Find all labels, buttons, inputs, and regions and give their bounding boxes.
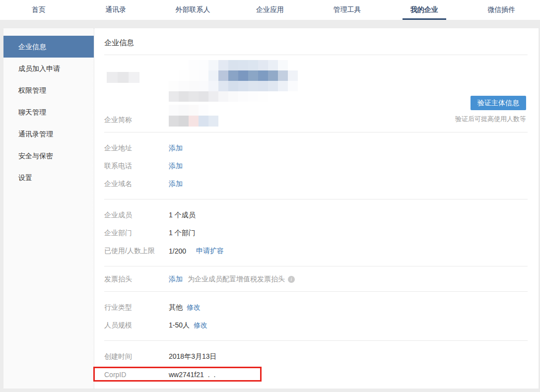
industry-edit-link[interactable]: 修改 <box>187 303 201 312</box>
short-name-label: 企业简称 <box>104 116 132 125</box>
nav-my-enterprise[interactable]: 我的企业 <box>386 0 463 20</box>
invoice-row: 发票抬头 添加 为企业成员配置增值税发票抬头 i <box>104 270 528 288</box>
members-section: 企业成员 1 个成员 企业部门 1 个部门 已使用/人数上限 1/200 申请扩… <box>104 199 528 266</box>
corpid-value: ww2741f2 <box>169 371 200 379</box>
departments-label: 企业部门 <box>104 229 169 238</box>
corpid-label: CorpID <box>104 371 169 379</box>
nav-contacts-label: 通讯录 <box>105 5 126 14</box>
members-label: 企业成员 <box>104 211 169 220</box>
industry-row: 行业类型 其他 修改 <box>104 299 528 317</box>
domain-row: 企业域名 添加 <box>104 175 528 193</box>
members-row: 企业成员 1 个成员 <box>104 206 528 224</box>
departments-row: 企业部门 1 个部门 <box>104 224 528 242</box>
info-icon[interactable]: i <box>288 276 295 283</box>
created-value: 2018年3月13日 <box>169 352 217 361</box>
contact-info-section: 企业地址 添加 联系电话 添加 企业域名 添加 <box>104 132 528 199</box>
sidebar-item-join-requests[interactable]: 成员加入申请 <box>3 58 94 79</box>
sidebar-item-contacts-management[interactable]: 通讯录管理 <box>3 123 94 145</box>
usage-row: 已使用/人数上限 1/200 申请扩容 <box>104 242 528 260</box>
page-body: 企业信息 成员加入申请 权限管理 聊天管理 通讯录管理 安全与保密 设置 企业信… <box>3 28 539 389</box>
meta-section: 创建时间 2018年3月13日 CorpID ww2741f2 1 . . <box>104 341 528 390</box>
nav-home[interactable]: 首页 <box>0 0 77 20</box>
phone-row: 联系电话 添加 <box>104 157 528 175</box>
enterprise-profile-section: 企业简称 验证主体信息 验证后可提高使用人数等 <box>104 55 528 132</box>
address-add-link[interactable]: 添加 <box>169 144 183 153</box>
scale-label: 人员规模 <box>104 321 169 330</box>
verify-subject-info-button[interactable]: 验证主体信息 <box>471 96 526 110</box>
nav-enterprise-apps[interactable]: 企业应用 <box>231 0 308 20</box>
domain-label: 企业域名 <box>104 180 169 189</box>
nav-contacts[interactable]: 通讯录 <box>77 0 154 20</box>
censored-short-name-value <box>169 105 218 127</box>
sidebar-item-security[interactable]: 安全与保密 <box>3 145 94 167</box>
censored-logo-label <box>107 72 139 83</box>
invoice-section: 发票抬头 添加 为企业成员配置增值税发票抬头 i <box>104 266 528 291</box>
usage-value: 1/200 <box>169 247 186 255</box>
address-label: 企业地址 <box>104 144 169 153</box>
scale-value: 1-50人 <box>169 321 190 330</box>
departments-value: 1 个部门 <box>169 229 196 238</box>
expand-capacity-link[interactable]: 申请扩容 <box>196 247 224 256</box>
sidebar-item-chat-management[interactable]: 聊天管理 <box>3 101 94 123</box>
phone-add-link[interactable]: 添加 <box>169 162 183 171</box>
members-value: 1 个成员 <box>169 211 196 220</box>
corpid-row: CorpID ww2741f2 1 . . <box>104 366 528 384</box>
scale-edit-link[interactable]: 修改 <box>194 321 207 330</box>
top-navigation: 首页 通讯录 外部联系人 企业应用 管理工具 我的企业 微信插件 <box>0 0 540 20</box>
main-content: 企业信息 企业简称 验证主体信息 验证后可提高使用人数等 企业地址 添加 联系电… <box>94 28 539 389</box>
sidebar-item-permissions[interactable]: 权限管理 <box>3 79 94 101</box>
corpid-value-faded: 1 . . <box>200 371 216 379</box>
sidebar: 企业信息 成员加入申请 权限管理 聊天管理 通讯录管理 安全与保密 设置 <box>3 28 94 389</box>
page-title: 企业信息 <box>104 35 528 55</box>
nav-wechat-plugin[interactable]: 微信插件 <box>463 0 540 20</box>
industry-section: 行业类型 其他 修改 人员规模 1-50人 修改 <box>104 292 528 340</box>
nav-home-label: 首页 <box>32 5 46 14</box>
scale-row: 人员规模 1-50人 修改 <box>104 317 528 334</box>
nav-external-contacts[interactable]: 外部联系人 <box>154 0 231 20</box>
sidebar-item-enterprise-info[interactable]: 企业信息 <box>3 36 94 58</box>
created-row: 创建时间 2018年3月13日 <box>104 348 528 366</box>
censored-company-name <box>169 60 298 102</box>
nav-admin-tools[interactable]: 管理工具 <box>309 0 386 20</box>
nav-enterprise-apps-label: 企业应用 <box>256 5 284 14</box>
address-row: 企业地址 添加 <box>104 139 528 157</box>
usage-label: 已使用/人数上限 <box>104 247 169 256</box>
created-label: 创建时间 <box>104 352 169 361</box>
domain-add-link[interactable]: 添加 <box>169 180 183 189</box>
nav-external-contacts-label: 外部联系人 <box>176 5 210 14</box>
invoice-note: 为企业成员配置增值税发票抬头 <box>188 275 285 284</box>
nav-my-enterprise-label: 我的企业 <box>410 5 438 14</box>
invoice-add-link[interactable]: 添加 <box>169 275 183 284</box>
industry-value: 其他 <box>169 303 183 312</box>
verify-hint-text: 验证后可提高使用人数等 <box>455 115 526 124</box>
nav-admin-tools-label: 管理工具 <box>333 5 361 14</box>
invoice-label: 发票抬头 <box>104 275 169 284</box>
phone-label: 联系电话 <box>104 162 169 171</box>
sidebar-item-settings[interactable]: 设置 <box>3 167 94 189</box>
industry-label: 行业类型 <box>104 303 169 312</box>
nav-wechat-plugin-label: 微信插件 <box>487 5 515 14</box>
